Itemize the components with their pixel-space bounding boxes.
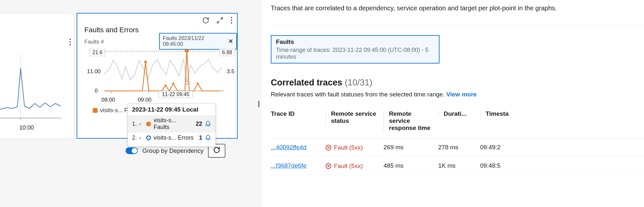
bell-icon[interactable] [205,120,211,128]
y-axis-left-label: Faults # [84,39,104,45]
table-row: ...f3687de6fe ✕ Fault (5xx) 485 ms 1K ms… [271,157,644,175]
th-duration[interactable]: Durati... [438,107,480,138]
right-panel: Traces that are correlated to a dependen… [261,0,644,207]
expand-icon[interactable] [216,17,223,25]
panel-description: Traces that are correlated to a dependen… [271,3,644,13]
svg-point-0 [70,39,71,40]
cell-response-time: 269 ms [384,138,438,157]
splitter-handle-icon: || [258,100,259,107]
th-timestamp[interactable]: Timesta [480,107,644,138]
svg-point-1 [70,41,71,43]
selection-chip-label: Faults 2023/11/22 09:45:00 [163,35,225,47]
hover-x-label: 11-22 09:45 [158,91,193,98]
refresh-icon[interactable] [202,17,209,25]
kebab-menu-icon[interactable] [69,38,71,47]
panel-splitter[interactable]: || [256,0,260,207]
fault-icon: ✕ [326,163,331,169]
kebab-menu-icon[interactable] [231,17,232,25]
svg-point-10 [231,22,232,24]
svg-point-17 [165,84,166,86]
legend-swatch-icon [93,108,98,113]
th-trace-id[interactable]: Trace ID [271,107,326,138]
cell-duration: 1K ms [438,157,480,175]
group-by-dependency-toggle[interactable] [126,147,138,154]
tooltip-title: 2023-11-22 09:45 Local [132,106,211,113]
svg-point-8 [231,17,232,18]
bell-icon[interactable] [205,134,211,142]
status-badge: ✕ Fault (5xx) [326,144,363,151]
chevron-right-icon[interactable]: › [139,134,144,141]
datapoint-tooltip: 2023-11-22 09:45 Local 1. ‹ visits-s... … [128,103,216,147]
cell-timestamp: 09:49:2 [480,138,644,157]
left-panel: 10:00 Faults and Errors Faults # # Fault… [0,0,254,207]
svg-point-19 [197,83,199,84]
legend-text: visits-s... Fa [100,107,131,114]
svg-point-18 [172,83,174,84]
cell-response-time: 485 ms [384,157,438,175]
view-more-link[interactable]: View more [446,91,477,98]
close-icon[interactable]: ✕ [228,38,233,45]
trace-id-link[interactable]: ...f3687de6fe [271,162,307,169]
cell-timestamp: 09:48:5 [480,157,644,175]
series-swatch-icon [146,122,151,126]
mini-chart-card: 10:00 [0,13,74,139]
tooltip-row-faults[interactable]: 1. ‹ visits-s... Faults 22 [128,115,215,133]
status-badge: ✕ Fault (5xx) [326,163,363,170]
chart-title: Faults and Errors [84,26,139,34]
correlated-traces-subtitle: Relevant traces with fault statuses from… [271,91,644,98]
correlated-traces-heading: Correlated traces (10/31) [271,78,644,88]
faults-summary-box: Faults Time-range of traces: 2023-11-22 … [271,35,440,64]
th-remote-response-time[interactable]: Remote service response time [384,107,438,138]
chart-legend: visits-s... Fa [93,107,131,114]
faults-summary-subtitle: Time-range of traces: 2023-11-22 09:45:0… [276,47,434,60]
table-row: ...40092ffe4d ✕ Fault (5xx) 269 ms 278 m… [271,138,644,157]
mini-chart-plot [0,55,61,120]
faults-summary-title: Faults [276,38,434,45]
series-swatch-icon [146,135,151,140]
trace-id-link[interactable]: ...40092ffe4d [271,144,307,151]
chevron-left-icon[interactable]: ‹ [139,121,144,127]
cell-duration: 278 ms [438,138,480,157]
group-by-dependency-label: Group by Dependency [142,147,204,154]
correlated-traces-table: Trace ID Remote service status Remote se… [271,107,644,175]
th-remote-status[interactable]: Remote service status [326,107,384,138]
svg-point-9 [231,20,232,21]
tooltip-row-errors[interactable]: 2. › visits-s... Errors 1 [132,133,211,143]
fault-icon: ✕ [326,145,331,151]
svg-point-2 [70,44,71,45]
svg-point-16 [144,61,147,63]
mini-chart-x-label: 10:00 [19,124,34,131]
